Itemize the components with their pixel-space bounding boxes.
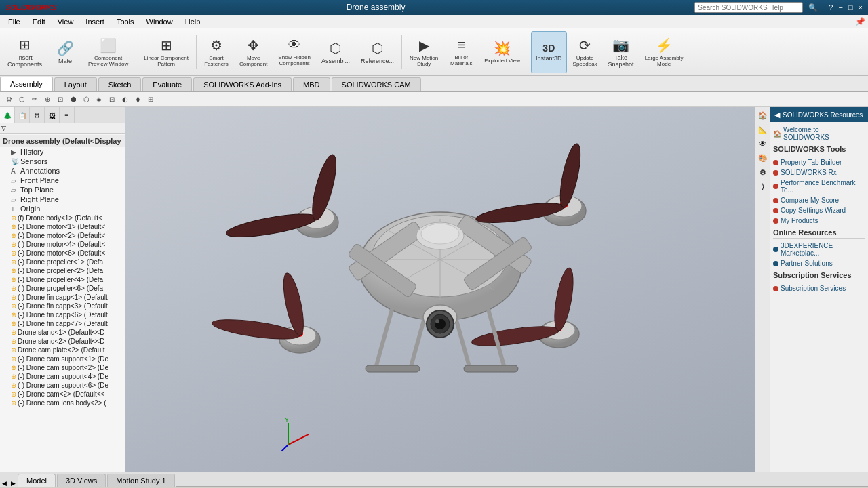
menu-edit[interactable]: Edit: [27, 16, 51, 27]
compare-score[interactable]: Compare My Score: [773, 195, 865, 205]
search-input[interactable]: [694, 2, 803, 13]
bill-of-materials-btn[interactable]: ≡ Bill ofMaterials: [444, 31, 478, 73]
help-btn[interactable]: ?: [829, 3, 833, 12]
maximize-btn[interactable]: □: [848, 3, 853, 12]
tab-cam[interactable]: SOLIDWORKS CAM: [332, 77, 421, 92]
mini-btn-9[interactable]: ⊡: [106, 94, 118, 106]
smart-fasteners-btn[interactable]: ⚙ SmartFasteners: [199, 31, 233, 73]
tree-item-cam-support6[interactable]: ⊕ (-) Drone cam support<6> (De: [0, 381, 125, 390]
tree-item-origin[interactable]: + Origin: [0, 204, 125, 214]
menu-view[interactable]: View: [52, 16, 79, 27]
menu-tools[interactable]: Tools: [111, 16, 140, 27]
tree-item-front-plane[interactable]: ▱ Front Plane: [0, 176, 125, 185]
update-speedpak-btn[interactable]: ⟳ UpdateSpeedpak: [568, 31, 602, 73]
tab-addins[interactable]: SOLIDWORKS Add-Ins: [193, 77, 292, 92]
tree-item-propeller2[interactable]: ⊕ (-) Drone propeller<2> (Defa: [0, 266, 125, 275]
tree-item-cam-support2[interactable]: ⊕ (-) Drone cam support<2> (De: [0, 363, 125, 372]
tree-item-propeller1[interactable]: ⊕ (-) Drone propeller<1> (Defa: [0, 258, 125, 266]
tree-item-fin3[interactable]: ⊕ (-) Drone fin capp<3> (Default: [0, 302, 125, 310]
lpanel-tab-property[interactable]: 📋: [15, 107, 30, 123]
mini-btn-7[interactable]: ⬡: [80, 94, 92, 106]
minimize-btn[interactable]: −: [838, 3, 842, 12]
reference-btn[interactable]: ⬡ Reference...: [356, 31, 399, 73]
viewport[interactable]: X Y Z: [125, 107, 755, 472]
tree-item-drone-body[interactable]: ⊕ (f) Drone body<1> (Default<: [0, 214, 125, 222]
take-snapshot-btn[interactable]: 📷 TakeSnapshot: [604, 31, 639, 73]
mini-btn-11[interactable]: ⧫: [132, 94, 144, 106]
render-icon-btn[interactable]: 🎨: [756, 151, 770, 165]
tree-item-history[interactable]: ▶ History: [0, 147, 125, 157]
performance-benchmark[interactable]: Performance Benchmark Te...: [773, 178, 865, 195]
search-icon[interactable]: 🔍: [808, 3, 818, 12]
bottom-tab-3dviews[interactable]: 3D Views: [57, 474, 106, 487]
right-panel-arrow-left[interactable]: ◀: [774, 110, 780, 119]
my-products[interactable]: My Products: [773, 216, 865, 226]
3dexperience[interactable]: 3DEXPERIENCE Marketplac...: [773, 241, 865, 258]
menu-file[interactable]: File: [3, 16, 26, 27]
tree-item-stand1[interactable]: ⊕ Drone stand<1> (Default<<D: [0, 328, 125, 337]
tree-item-cam-support1[interactable]: ⊕ (-) Drone cam support<1> (De: [0, 354, 125, 363]
insert-components-btn[interactable]: ⊞ InsertComponents: [3, 31, 47, 73]
tree-item-cam-lens[interactable]: ⊕ (-) Drone cam lens body<2> (: [0, 399, 125, 407]
mini-btn-6[interactable]: ⬢: [67, 94, 79, 106]
tree-item-fin1[interactable]: ⊕ (-) Drone fin capp<1> (Default: [0, 293, 125, 302]
menu-help[interactable]: Help: [180, 16, 206, 27]
tab-mbd[interactable]: MBD: [293, 77, 330, 92]
mini-btn-4[interactable]: ⊕: [41, 94, 54, 106]
mate-btn[interactable]: 🔗 Mate: [48, 31, 82, 73]
expand-icon-btn[interactable]: ⟩: [756, 180, 770, 193]
lpanel-tab-display[interactable]: 🖼: [45, 107, 60, 123]
menu-window[interactable]: Window: [141, 16, 178, 27]
bottom-tab-motion[interactable]: Motion Study 1: [107, 474, 174, 487]
show-hidden-btn[interactable]: 👁 Show HiddenComponents: [273, 31, 315, 73]
mini-btn-3[interactable]: ✏: [28, 94, 41, 106]
tab-layout[interactable]: Layout: [54, 77, 97, 92]
tree-item-stand2[interactable]: ⊕ Drone stand<2> (Default<<D: [0, 337, 125, 346]
tree-item-motor2[interactable]: ⊕ (-) Drone motor<2> (Default<: [0, 231, 125, 240]
lpanel-tab-config[interactable]: ⚙: [30, 107, 45, 123]
home-icon-btn[interactable]: 🏠: [756, 108, 770, 122]
property-tab-builder[interactable]: Property Tab Builder: [773, 157, 865, 167]
mini-btn-2[interactable]: ⬡: [16, 94, 28, 106]
new-motion-btn[interactable]: ▶ New MotionStudy: [405, 31, 443, 73]
lpanel-tab-tree[interactable]: 🌲: [0, 107, 15, 123]
tree-item-propeller4[interactable]: ⊕ (-) Drone propeller<4> (Defa: [0, 275, 125, 284]
instant3d-btn[interactable]: 3D Instant3D: [531, 31, 567, 73]
close-btn[interactable]: ×: [859, 3, 863, 12]
pin-icon[interactable]: 📌: [855, 17, 865, 26]
tree-item-fin6[interactable]: ⊕ (-) Drone fin capp<6> (Default: [0, 310, 125, 319]
mini-btn-8[interactable]: ◈: [93, 94, 105, 106]
tab-evaluate[interactable]: Evaluate: [142, 77, 192, 92]
partner-solutions[interactable]: Partner Solutions: [773, 258, 865, 268]
bottom-nav-left[interactable]: ◀: [0, 480, 9, 487]
mini-btn-10[interactable]: ◐: [119, 94, 131, 106]
settings-icon-btn[interactable]: ⚙: [756, 165, 770, 179]
tree-item-motor4[interactable]: ⊕ (-) Drone motor<4> (Default<: [0, 240, 125, 249]
tab-assembly[interactable]: Assembly: [0, 77, 53, 92]
component-preview-btn[interactable]: ⬜ ComponentPreview Window: [83, 31, 133, 73]
exploded-view-btn[interactable]: 💥 Exploded View: [479, 31, 525, 73]
large-assembly-btn[interactable]: ⚡ Large AssemblyMode: [640, 31, 688, 73]
tree-item-cam-support4[interactable]: ⊕ (-) Drone cam support<4> (De: [0, 372, 125, 381]
sw-rx[interactable]: SOLIDWORKS Rx: [773, 167, 865, 178]
tree-item-annotations[interactable]: A Annotations: [0, 166, 125, 176]
tree-item-propeller6[interactable]: ⊕ (-) Drone propeller<6> (Defa: [0, 284, 125, 293]
copy-settings[interactable]: Copy Settings Wizard: [773, 205, 865, 216]
tree-item-motor1[interactable]: ⊕ (-) Drone motor<1> (Default<: [0, 222, 125, 231]
linear-pattern-btn[interactable]: ⊞ Linear ComponentPattern: [139, 31, 193, 73]
tree-item-fin7[interactable]: ⊕ (-) Drone fin capp<7> (Default: [0, 319, 125, 328]
bottom-nav-right[interactable]: ▶: [9, 480, 18, 487]
tree-item-cam2[interactable]: ⊕ (-) Drone cam<2> (Default<<: [0, 390, 125, 399]
subscription-services[interactable]: Subscription Services: [773, 283, 865, 293]
mini-btn-12[interactable]: ⊞: [144, 94, 157, 106]
view-icon-btn[interactable]: 👁: [756, 137, 770, 150]
assembly-btn[interactable]: ⬡ Assembl...: [317, 31, 355, 73]
lpanel-tab-custom[interactable]: ≡: [60, 107, 75, 123]
3d-icon-btn[interactable]: 📐: [756, 123, 770, 136]
mini-btn-1[interactable]: ⚙: [3, 94, 15, 106]
tree-item-sensors[interactable]: 📡 Sensors: [0, 157, 125, 166]
tree-item-motor6[interactable]: ⊕ (-) Drone motor<6> (Default<: [0, 249, 125, 258]
menu-insert[interactable]: Insert: [80, 16, 110, 27]
mini-btn-5[interactable]: ⊡: [54, 94, 66, 106]
move-component-btn[interactable]: ✥ MoveComponent: [235, 31, 272, 73]
